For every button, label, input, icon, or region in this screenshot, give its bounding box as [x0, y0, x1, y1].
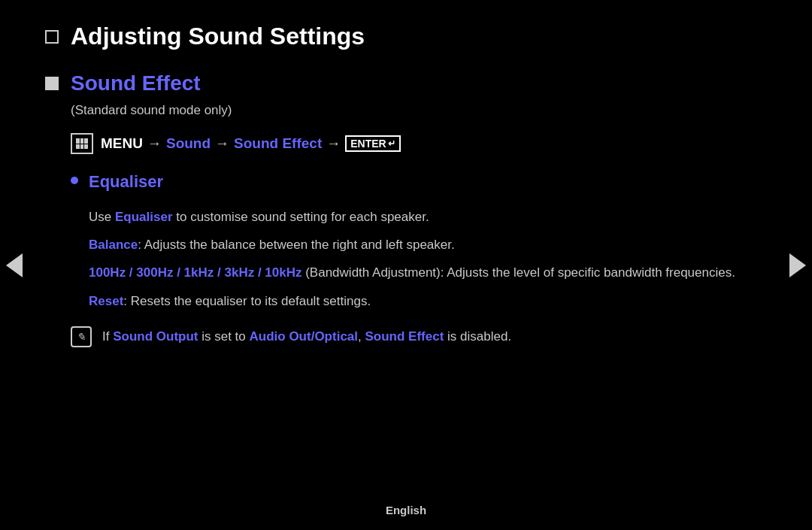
eq-desc-suffix: to customise sound setting for each spea…: [173, 210, 429, 224]
note-middle: is set to: [198, 329, 249, 344]
note-sound-output: Sound Output: [113, 329, 198, 344]
menu-path-row: MENU → Sound → Sound Effect → ENTER↵: [71, 133, 767, 154]
note-audio-out: Audio Out/Optical: [250, 329, 359, 344]
title-checkbox-icon: [45, 30, 59, 44]
section-title: Sound Effect: [71, 71, 201, 95]
balance-bold: Balance: [89, 238, 138, 252]
arrow-3: →: [326, 135, 341, 152]
reset-text: Reset: Resets the equaliser to its defau…: [89, 291, 767, 311]
note-sound-effect: Sound Effect: [365, 329, 444, 344]
nav-right-arrow[interactable]: [789, 253, 806, 277]
freq-text: 100Hz / 300Hz / 1kHz / 3kHz / 10kHz (Ban…: [89, 262, 767, 283]
footer-language: English: [386, 504, 426, 516]
note-icon: ✎: [71, 326, 92, 347]
note-comma: ,: [358, 329, 362, 344]
arrow-2: →: [215, 135, 229, 152]
equaliser-title: Equaliser: [89, 172, 163, 192]
equaliser-bullet-row: Equaliser: [71, 172, 767, 201]
equaliser-description: Use Equaliser to customise sound setting…: [89, 207, 767, 227]
eq-desc-prefix: Use: [89, 210, 115, 224]
section-square-icon: [45, 77, 59, 90]
balance-text-suffix: : Adjusts the balance between the right …: [138, 238, 455, 252]
subtitle: (Standard sound mode only): [71, 103, 767, 118]
nav-left-arrow[interactable]: [6, 253, 23, 277]
reset-text-suffix: : Resets the equaliser to its default se…: [123, 294, 371, 308]
menu-label: MENU: [101, 135, 143, 152]
enter-label: ENTER: [350, 138, 386, 150]
menu-icon: [71, 133, 93, 154]
bullet-dot-icon: [71, 177, 78, 184]
page-title-row: Adjusting Sound Settings: [45, 23, 767, 50]
section-title-row: Sound Effect: [45, 71, 767, 95]
sound-effect-label: Sound Effect: [234, 135, 322, 152]
arrow-1: →: [147, 135, 162, 152]
enter-icon: ENTER↵: [345, 135, 400, 152]
note-row: ✎ If Sound Output is set to Audio Out/Op…: [71, 326, 767, 347]
page-container: Adjusting Sound Settings Sound Effect (S…: [0, 0, 812, 530]
freq-bold: 100Hz / 300Hz / 1kHz / 3kHz / 10kHz: [89, 265, 301, 280]
note-suffix: is disabled.: [444, 329, 511, 344]
page-title: Adjusting Sound Settings: [71, 23, 365, 50]
content-area: Equaliser Use Equaliser to customise sou…: [71, 172, 767, 347]
menu-icon-grid: [76, 138, 88, 149]
balance-text: Balance: Adjusts the balance between the…: [89, 235, 767, 255]
note-prefix: If: [102, 329, 113, 344]
freq-text-suffix: (Bandwidth Adjustment): Adjusts the leve…: [301, 265, 735, 280]
note-text: If Sound Output is set to Audio Out/Opti…: [102, 326, 511, 347]
sound-label: Sound: [166, 135, 211, 152]
reset-bold: Reset: [89, 294, 123, 308]
eq-desc-bold: Equaliser: [115, 210, 173, 224]
